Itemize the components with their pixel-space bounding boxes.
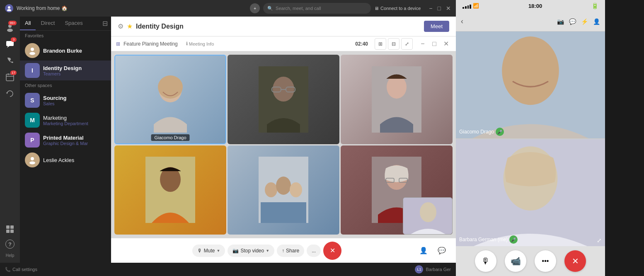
- svg-point-32: [276, 177, 291, 195]
- minimize-call-btn[interactable]: −: [418, 39, 428, 49]
- mobile-camera-btn[interactable]: 📹: [505, 250, 526, 272]
- meeting-info-label[interactable]: ℹ Meeting Info: [186, 41, 214, 46]
- chat-item-leslie[interactable]: Leslie Ackles: [20, 150, 111, 170]
- bluetooth-icon: ⚡: [581, 18, 588, 25]
- video-cell-1[interactable]: Giacomo Drago: [114, 55, 226, 144]
- phone-icon-status: 📞: [5, 267, 11, 272]
- mobile-header-icons: 📷 💬 ⚡ 👤: [557, 18, 600, 25]
- video-cell-2[interactable]: [228, 55, 339, 144]
- svg-point-0: [8, 6, 10, 9]
- svg-rect-11: [6, 225, 10, 229]
- chat-icon[interactable]: 3: [2, 36, 17, 51]
- chat-item-identity[interactable]: I Identity Design Teamers: [20, 61, 111, 80]
- chat-item-brandon[interactable]: Brandon Burke: [20, 41, 111, 61]
- teams-desktop-app: Working from home 🏠 + 🔍 Search, meet, an…: [0, 0, 456, 276]
- calls-icon[interactable]: [2, 53, 17, 68]
- mobile-label-giacomo: Giacomo Drago 🎤: [459, 128, 504, 136]
- chat-item-sourcing[interactable]: S Sourcing Sales: [20, 90, 111, 110]
- close-call-btn[interactable]: ✕: [441, 39, 451, 49]
- maximize-call-btn[interactable]: □: [429, 39, 439, 49]
- chat-item-marketing[interactable]: M Marketing Marketing Department: [20, 110, 111, 130]
- maximize-btn[interactable]: □: [438, 5, 441, 12]
- grid-view-btn[interactable]: ⊞: [375, 38, 386, 50]
- video-cell-4[interactable]: [114, 145, 226, 235]
- user-avatar-title[interactable]: [5, 4, 13, 12]
- end-call-button[interactable]: ✕: [323, 242, 341, 260]
- svg-point-33: [290, 182, 302, 197]
- tab-spaces[interactable]: Spaces: [60, 17, 87, 30]
- chat-info-identity: Identity Design Teamers: [43, 65, 106, 76]
- stop-video-button[interactable]: 📷 Stop video ▼: [228, 245, 274, 257]
- chat-info-brandon: Brandon Burke: [43, 48, 106, 54]
- filter-icon[interactable]: ⊟: [102, 17, 111, 30]
- settings-icon[interactable]: ⚙: [118, 22, 123, 30]
- video-cell-3[interactable]: [341, 55, 453, 144]
- self-video-pip[interactable]: [403, 197, 453, 235]
- user-name-status: Barbara Ger: [426, 267, 451, 272]
- chat-info-printed: Printed Material Graphic Design & Mar: [43, 135, 106, 146]
- svg-point-15: [31, 48, 34, 51]
- chat-btn[interactable]: 💬: [434, 243, 449, 258]
- mobile-mic-btn[interactable]: 🎙: [475, 250, 496, 272]
- svg-point-18: [29, 162, 35, 165]
- person-img-3: [341, 55, 453, 144]
- svg-marker-10: [6, 92, 8, 94]
- mobile-video-cell-giacomo[interactable]: Giacomo Drago 🎤: [456, 31, 605, 138]
- help-icon[interactable]: ?: [2, 237, 17, 252]
- fullscreen-btn[interactable]: ⤢: [401, 38, 413, 50]
- more-button[interactable]: ...: [307, 245, 321, 257]
- svg-point-1: [7, 9, 11, 11]
- avatar-sourcing: S: [25, 93, 40, 108]
- minimize-btn[interactable]: −: [429, 5, 432, 12]
- call-controls: 🎙 Mute ▼ 📷 Stop video ▼ ↑ Share: [111, 238, 456, 263]
- svg-rect-13: [6, 230, 10, 233]
- search-bar[interactable]: 🔍 Search, meet, and call: [263, 3, 371, 14]
- tab-direct[interactable]: Direct: [36, 17, 60, 30]
- camera-mobile-icon: 📷: [557, 18, 564, 25]
- status-bar: 📞 Call settings L1 Barbara Ger: [0, 263, 456, 276]
- participants-btn[interactable]: 👤: [416, 243, 431, 258]
- sidebar-icons: 99+ 3 17 ? He: [0, 17, 20, 263]
- chat-info-marketing: Marketing Marketing Department: [43, 115, 106, 126]
- back-button[interactable]: ‹: [461, 17, 463, 26]
- message-mobile-icon: 💬: [569, 18, 576, 25]
- avatar-brandon: [25, 43, 40, 58]
- mobile-video-cell-barbara[interactable]: Barbara German (me) 🎤 ⤢: [456, 139, 605, 246]
- meet-button[interactable]: Meet: [424, 21, 449, 32]
- monitor-icon: 🖥: [374, 6, 379, 11]
- meeting-area: ⚙ ★ Identity Design Meet ⊞ Feature Plani…: [111, 17, 456, 263]
- sidebar-view-btn[interactable]: ⊟: [388, 38, 399, 50]
- main-content: 99+ 3 17 ? He: [0, 17, 456, 263]
- refresh-icon[interactable]: [2, 86, 17, 101]
- tab-all[interactable]: All: [20, 17, 36, 30]
- feature-planning-label: Feature Planing Meeting: [123, 41, 178, 47]
- share-button[interactable]: ↑ Share: [277, 245, 304, 257]
- video-label-1: Giacomo Drago: [151, 134, 189, 141]
- calendar-icon[interactable]: 17: [2, 70, 17, 85]
- mobile-end-call-btn[interactable]: ✕: [564, 250, 586, 272]
- add-tab-btn[interactable]: +: [250, 3, 260, 13]
- mute-button[interactable]: 🎙 Mute ▼: [192, 245, 225, 257]
- mobile-controls: 🎙 📹 ••• ✕: [456, 246, 605, 276]
- svg-point-3: [7, 29, 13, 32]
- expand-icon[interactable]: ⤢: [597, 237, 602, 244]
- svg-rect-34: [261, 202, 306, 223]
- video-cell-5[interactable]: [228, 145, 339, 235]
- call-window-header: ⊞ Feature Planing Meeting ℹ Meeting Info…: [111, 36, 456, 51]
- chat-item-printed[interactable]: P Printed Material Graphic Design & Mar: [20, 130, 111, 150]
- signal-bars: 📶: [462, 3, 479, 9]
- mobile-video-grid: Giacomo Drago 🎤 Barbara German (me) 🎤 ⤢: [456, 31, 605, 246]
- teams-icon-call: ⊞: [116, 41, 120, 47]
- user-profile-icon[interactable]: 99+: [2, 20, 17, 35]
- avatar-marketing: M: [25, 113, 40, 128]
- user-status[interactable]: L1 Barbara Ger: [415, 265, 451, 274]
- mic-active-barbara: 🎤: [509, 235, 518, 244]
- mobile-more-btn[interactable]: •••: [535, 250, 556, 272]
- connect-device-btn[interactable]: 🖥 Connect to a device: [374, 6, 421, 11]
- close-btn[interactable]: ✕: [446, 5, 451, 12]
- apps-icon[interactable]: [2, 222, 17, 237]
- star-icon[interactable]: ★: [127, 22, 133, 30]
- person-mobile-icon: 👤: [593, 18, 600, 25]
- call-settings-item[interactable]: 📞 Call settings: [5, 267, 37, 272]
- calendar-badge: 17: [10, 70, 17, 75]
